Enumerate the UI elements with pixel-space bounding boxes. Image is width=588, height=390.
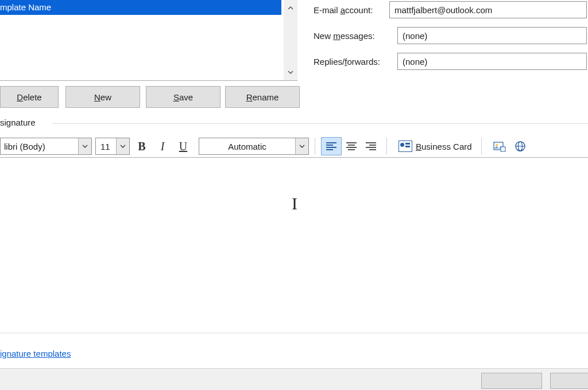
business-card-label-post: usiness Card	[421, 142, 472, 151]
email-account-select[interactable]: mattfjalbert@outlook.com	[389, 1, 587, 18]
align-left-button[interactable]	[321, 137, 342, 155]
svg-point-13	[496, 144, 498, 146]
font-name-combo[interactable]: libri (Body)	[0, 138, 92, 155]
bold-button[interactable]: B	[133, 138, 150, 155]
save-button[interactable]: Save	[146, 86, 220, 108]
text-cursor-icon: I	[292, 194, 297, 213]
new-messages-label-post: essages:	[341, 31, 375, 41]
font-color-value: Automatic	[199, 142, 295, 151]
replies-forwards-label-post: orwards:	[347, 57, 380, 67]
font-size-dropdown-icon[interactable]	[116, 138, 129, 154]
business-card-label-u: B	[416, 142, 421, 151]
signature-list-item-selected[interactable]: mplate Name	[0, 0, 281, 15]
signature-editor[interactable]	[0, 158, 588, 328]
font-size-value: 11	[96, 142, 116, 151]
business-card-label: Business Card	[416, 142, 472, 151]
ok-button[interactable]	[481, 373, 542, 389]
font-name-value: libri (Body)	[1, 142, 78, 151]
new-label-post: ew	[100, 92, 111, 102]
underline-button[interactable]: U	[175, 138, 192, 155]
align-group	[321, 137, 381, 155]
new-messages-label: New messages:	[314, 31, 389, 41]
new-messages-label-u: m	[333, 31, 341, 41]
signature-templates-link[interactable]: ignature templates	[0, 349, 71, 358]
rename-button[interactable]: Rename	[225, 86, 300, 108]
replies-forwards-label: Replies/forwards:	[314, 57, 389, 67]
font-color-dropdown-icon[interactable]	[295, 138, 308, 154]
rename-label-u: R	[246, 92, 253, 102]
dialog-footer	[0, 368, 588, 390]
insert-hyperlink-button[interactable]	[512, 138, 529, 155]
scroll-down-icon[interactable]	[284, 65, 297, 79]
email-account-label-post: ccount:	[345, 5, 373, 15]
new-messages-select[interactable]: (none)	[397, 27, 587, 44]
bottom-divider	[0, 333, 588, 333]
new-messages-label-pre: New	[314, 31, 333, 41]
toolbar-separator-2	[386, 138, 387, 155]
replies-forwards-label-pre: Replies/	[314, 57, 345, 67]
signature-list-scrollbar[interactable]	[284, 0, 297, 80]
toolbar-separator-1	[315, 138, 315, 155]
font-name-dropdown-icon[interactable]	[78, 138, 91, 154]
save-label-u: S	[173, 92, 179, 102]
new-label-u: N	[94, 92, 100, 102]
new-button[interactable]: New	[65, 86, 140, 108]
insert-picture-button[interactable]	[491, 138, 508, 155]
email-account-label-u: a	[341, 5, 345, 15]
font-color-combo[interactable]: Automatic	[199, 138, 309, 155]
delete-button[interactable]: Delete	[0, 86, 59, 108]
delete-label-u: D	[17, 92, 23, 102]
italic-button[interactable]: I	[154, 138, 171, 155]
edit-signature-section-label: signature	[0, 118, 36, 127]
scroll-up-icon[interactable]	[284, 1, 297, 15]
rename-label-post: ename	[252, 92, 278, 102]
delete-label-post: elete	[23, 92, 42, 102]
align-center-button[interactable]	[342, 138, 361, 155]
signature-list[interactable]: mplate Name	[0, 0, 297, 81]
section-divider	[52, 123, 588, 124]
business-card-button[interactable]: Business Card	[395, 138, 475, 155]
cancel-button[interactable]	[550, 373, 588, 389]
email-account-label-pre: E-mail	[314, 5, 341, 15]
align-right-button[interactable]	[361, 138, 381, 155]
save-label-post: ave	[179, 92, 193, 102]
business-card-icon	[399, 141, 412, 152]
replies-forwards-select[interactable]: (none)	[397, 53, 587, 70]
font-size-combo[interactable]: 11	[95, 138, 130, 155]
email-account-label: E-mail account:	[314, 5, 389, 15]
toolbar-separator-3	[481, 138, 482, 155]
svg-rect-14	[501, 147, 505, 151]
